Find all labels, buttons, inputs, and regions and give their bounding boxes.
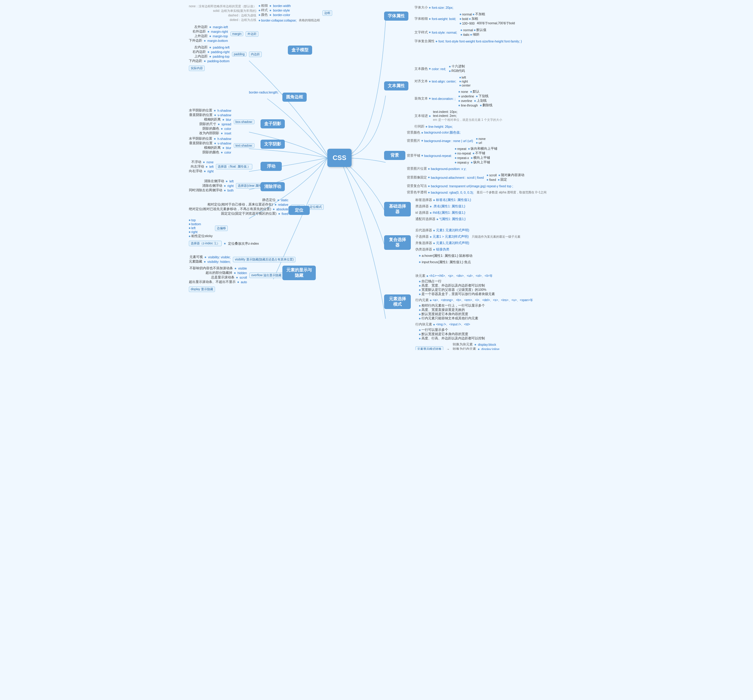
display-mode-section: 块元素 <h1>~<h6>、<p>、<div>、<ul>、<ol>、<li>等 … (416, 273, 533, 350)
branch-display-mode: 元素选择模式 (384, 295, 411, 309)
branch-complex-selector: 复合选择器 (384, 235, 411, 250)
font-size-label: 字体大小 (414, 5, 428, 10)
text-color-val: color: red; (432, 67, 446, 71)
basic-selector-section: 标签选择器 标签名{属性1: 属性值1;} 类选择器 .类名{属性1: 属性值1… (416, 197, 471, 222)
line-height-val: line-height: 26px; (428, 125, 453, 128)
text-decoration-label: 装饰文本 (414, 97, 428, 101)
font-weight-label: 字体粗细 (414, 17, 428, 21)
font-section: 字体大小 font-size: 20px; 字体粗细 font-weight: … (414, 5, 522, 44)
font-style-label: 文字样式 (414, 30, 428, 34)
branch-float: 浮动 (261, 162, 282, 171)
background-section: 背景颜色 background-color:颜色值; 背景图片 backgrou… (407, 130, 547, 195)
branch-box-model: 盒子模型 (288, 45, 312, 55)
branch-font: 字体属性 (384, 11, 408, 21)
font-weight-val: font-weight: bold; (432, 17, 456, 21)
text-align-label: 对齐文本 (414, 79, 428, 84)
complex-selector-section: 后代选择器 元素1 元素2{样式声明} 子选择器 元素1 > 元素2{样式声明}… (416, 228, 520, 265)
position-section: 静态定位static 相对定位(相对于自己移动，原来位置还存在)relative… (189, 197, 324, 247)
clear-float-section: 清除左侧浮动left 清除右侧浮动right 同时消除左右两侧浮动both 选择… (189, 178, 268, 193)
text-shadow-section: 水平阴影的位置h-shadow 垂直阴影的位置v-shadow 模糊的距离blu… (189, 136, 255, 155)
mind-map: CSS 字体属性 字体大小 font-size: 20px; 字体粗细 font… (188, 0, 565, 350)
branch-clear-float: 清除浮动 (261, 182, 285, 191)
branch-position: 定位 (289, 206, 310, 215)
branch-display-visibility: 元素的显示与隐藏 (283, 266, 316, 280)
font-size-val: font-size: 20px; (432, 6, 453, 9)
border-radius-section: border-radius:length; (249, 90, 278, 94)
center-label: CSS (333, 154, 346, 162)
branch-border-radius: 圆角边框 (283, 93, 307, 102)
line-height-label: 行间距 (414, 125, 425, 129)
text-color-label: 文本颜色 (414, 67, 428, 71)
text-decoration-val: text-decoration: ; (432, 97, 455, 100)
font-compound-label: 字体复合属性 (414, 39, 434, 44)
branch-box-shadow: 盒子阴影 (261, 119, 285, 128)
branch-background: 背景 (384, 151, 405, 160)
branch-basic-selector: 基础选择器 (384, 202, 411, 217)
float-section: 不浮动none 向左浮动left 向右浮动right 选择器（float: 属性… (189, 159, 252, 174)
font-compound-val: font: font-style font-weight font-size/l… (439, 39, 522, 43)
center-node: CSS (327, 149, 352, 167)
display-visibility-section: 元素可视visibility: visible; 元素隐藏visibility:… (189, 254, 295, 293)
text-align-val: text-align: center; (432, 80, 456, 83)
box-shadow-section: 水平阴影的位置h-shadow 垂直阴影的位置v-shadow 模糊的距离blu… (189, 108, 255, 136)
branch-text: 文本属性 (384, 81, 408, 90)
box-model-section: none：没有边框即忽略所有边框的宽度（默认值） solid: 边框为单实线(最… (189, 3, 332, 72)
font-style-val: font-style: normal; (432, 31, 457, 34)
text-section: 文本颜色 color: red; 十六进制 RGB代码 对齐文本 text-al… (414, 64, 502, 129)
text-indent-label: 文本缩进 (414, 114, 428, 118)
branch-text-shadow: 文字阴影 (261, 140, 285, 149)
